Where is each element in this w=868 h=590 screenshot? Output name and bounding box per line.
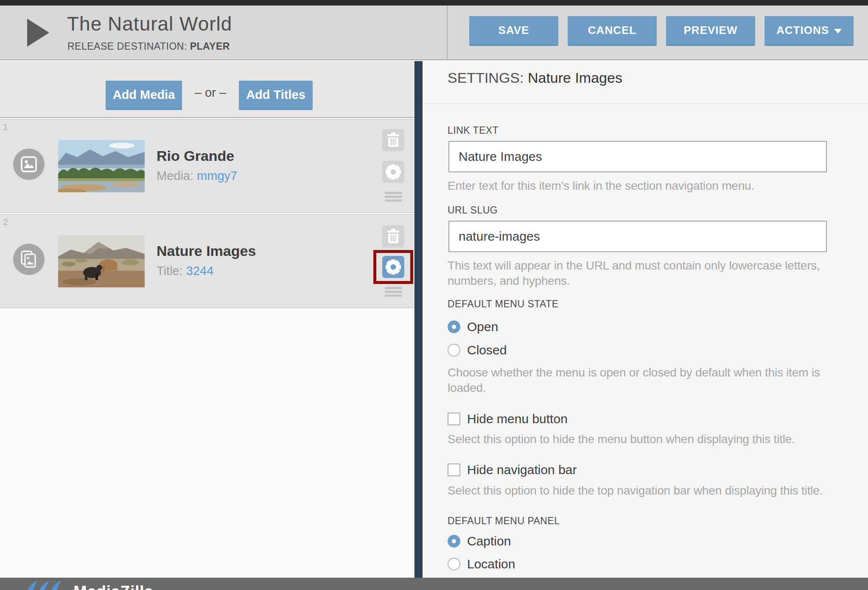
item-meta-label: Title:	[157, 264, 183, 278]
item-index: 2	[3, 217, 8, 227]
radio-option-caption[interactable]: Caption	[448, 534, 511, 548]
settings-heading-label: SETTINGS:	[448, 70, 524, 86]
item-actions	[382, 120, 404, 214]
hide-navigation-bar-label: Hide navigation bar	[467, 463, 577, 477]
release-destination-label: RELEASE DESTINATION:	[67, 41, 187, 52]
playlist-panel: Add Media – or – Add Titles 1	[0, 61, 414, 578]
brand-logo[interactable]: MediaZilla	[23, 580, 202, 590]
header: The Natural World RELEASE DESTINATION: P…	[0, 6, 868, 60]
radio-option-location[interactable]: Location	[448, 557, 515, 571]
link-text-input[interactable]	[448, 141, 827, 172]
play-icon	[27, 19, 49, 47]
drag-handle[interactable]	[385, 287, 402, 298]
drag-handle[interactable]	[385, 192, 402, 203]
radio-option-closed[interactable]: Closed	[448, 343, 507, 357]
trash-icon	[382, 129, 404, 151]
playlist-item-rio-grande[interactable]: 1 Rio Grande	[0, 119, 414, 213]
radio-location[interactable]	[448, 558, 460, 570]
link-text-help: Enter text for this item’s link in the s…	[448, 178, 754, 194]
gear-icon	[382, 256, 404, 278]
heading-divider	[423, 104, 868, 104]
preview-button[interactable]: PREVIEW	[666, 16, 755, 46]
settings-gear-button[interactable]	[382, 161, 404, 183]
link-text-label: LINK TEXT	[448, 125, 498, 136]
menu-state-label: DEFAULT MENU STATE	[448, 298, 559, 310]
playlist-item-nature-images[interactable]: 2	[0, 214, 414, 308]
brand-logo-text: MediaZilla	[73, 583, 154, 590]
header-divider	[447, 6, 448, 60]
add-media-button[interactable]: Add Media	[106, 81, 182, 110]
url-slug-help: This text will appear in the URL and mus…	[448, 258, 820, 289]
delete-button[interactable]	[382, 225, 404, 247]
save-button[interactable]: SAVE	[469, 16, 558, 46]
checkbox-option-hide-menu-button[interactable]: Hide menu button	[448, 412, 568, 426]
item-meta-label: Media:	[157, 169, 193, 183]
item-title: Rio Grande	[157, 148, 234, 164]
menu-state-help: Choose whether the menu is open or close…	[448, 365, 820, 396]
media-thumbnail	[58, 140, 145, 192]
media-type-badge	[13, 149, 45, 180]
settings-gear-button-active[interactable]	[382, 256, 404, 278]
media-type-badge	[13, 244, 45, 275]
radio-caption-label: Caption	[467, 534, 511, 548]
highlight-box	[373, 250, 413, 284]
add-section: Add Media – or – Add Titles	[0, 61, 414, 118]
item-meta-link[interactable]: mmgy7	[197, 169, 237, 183]
delete-button[interactable]	[382, 129, 404, 151]
gallery-icon	[20, 250, 38, 268]
chevron-down-icon	[834, 29, 842, 34]
hide-menu-button-help: Select this option to hide the menu butt…	[448, 432, 795, 447]
item-title: Nature Images	[157, 243, 256, 259]
brand-logo-icon	[23, 581, 70, 590]
app-window: The Natural World RELEASE DESTINATION: P…	[0, 0, 868, 590]
hide-navigation-bar-help: Select this option to hide the top navig…	[448, 483, 823, 498]
radio-location-label: Location	[467, 557, 515, 571]
image-icon	[20, 156, 37, 173]
url-slug-label: URL SLUG	[448, 205, 498, 216]
add-titles-button[interactable]: Add Titles	[239, 81, 313, 110]
checkbox-option-hide-navigation-bar[interactable]: Hide navigation bar	[448, 463, 577, 477]
top-black-bar	[0, 0, 868, 6]
hide-navigation-bar-checkbox[interactable]	[448, 464, 460, 476]
release-destination-value: PLAYER	[190, 41, 230, 52]
menu-panel-label: DEFAULT MENU PANEL	[448, 515, 560, 527]
radio-closed[interactable]	[448, 344, 460, 357]
item-meta: Title: 3244	[157, 264, 213, 278]
panel-divider	[414, 61, 423, 578]
radio-option-open[interactable]: Open	[448, 320, 498, 334]
project-title: The Natural World	[67, 12, 232, 35]
footer-bar: MediaZilla	[0, 578, 868, 590]
item-index: 1	[3, 122, 8, 132]
settings-heading-value: Nature Images	[528, 70, 622, 86]
radio-open-label: Open	[467, 320, 498, 334]
item-meta-link[interactable]: 3244	[186, 264, 214, 278]
media-thumbnail	[58, 235, 145, 287]
settings-heading: SETTINGS: Nature Images	[448, 70, 622, 86]
radio-closed-label: Closed	[467, 343, 507, 357]
trash-icon	[382, 225, 404, 247]
item-actions	[382, 215, 404, 309]
url-slug-input[interactable]	[448, 221, 827, 252]
actions-menu-button[interactable]: ACTIONS	[764, 16, 854, 46]
actions-label: ACTIONS	[776, 24, 829, 37]
radio-open[interactable]	[448, 320, 460, 333]
or-separator-text: – or –	[182, 86, 239, 100]
hide-menu-button-checkbox[interactable]	[448, 413, 460, 425]
cancel-button[interactable]: CANCEL	[568, 16, 657, 46]
settings-panel: SETTINGS: Nature Images LINK TEXT Enter …	[423, 61, 868, 578]
release-destination: RELEASE DESTINATION: PLAYER	[67, 41, 230, 52]
hide-menu-button-label: Hide menu button	[467, 412, 568, 426]
item-meta: Media: mmgy7	[157, 169, 237, 183]
gear-icon	[382, 161, 404, 183]
radio-caption[interactable]	[448, 535, 460, 548]
